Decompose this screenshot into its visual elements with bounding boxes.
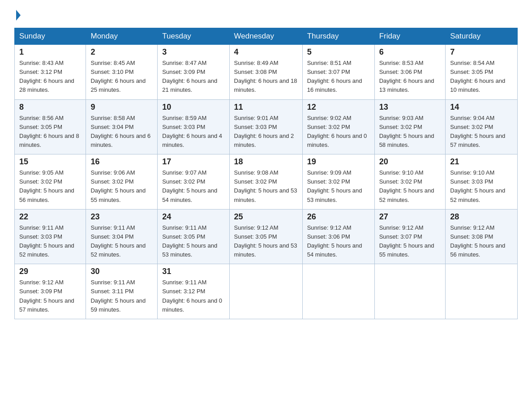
day-info: Sunrise: 9:09 AMSunset: 3:02 PMDaylight:…	[307, 168, 370, 205]
calendar-cell: 30Sunrise: 9:11 AMSunset: 3:11 PMDayligh…	[86, 264, 158, 319]
weekday-header-tuesday: Tuesday	[158, 28, 229, 45]
day-info: Sunrise: 9:12 AMSunset: 3:09 PMDaylight:…	[19, 278, 81, 314]
day-number: 8	[19, 103, 81, 112]
weekday-header-thursday: Thursday	[302, 28, 374, 45]
day-number: 2	[90, 47, 153, 57]
calendar-cell: 18Sunrise: 9:08 AMSunset: 3:02 PMDayligh…	[229, 154, 302, 210]
calendar-cell: 12Sunrise: 9:02 AMSunset: 3:02 PMDayligh…	[302, 99, 374, 154]
day-number: 18	[234, 157, 298, 167]
day-number: 22	[19, 212, 81, 222]
day-number: 11	[234, 103, 298, 112]
calendar-week-row: 22Sunrise: 9:11 AMSunset: 3:03 PMDayligh…	[15, 209, 518, 264]
day-info: Sunrise: 9:02 AMSunset: 3:02 PMDaylight:…	[307, 114, 370, 150]
calendar-cell: 27Sunrise: 9:12 AMSunset: 3:07 PMDayligh…	[374, 209, 446, 264]
calendar-week-row: 1Sunrise: 8:43 AMSunset: 3:12 PMDaylight…	[15, 45, 518, 100]
day-number: 4	[234, 47, 298, 57]
day-number: 17	[162, 157, 224, 167]
day-info: Sunrise: 9:05 AMSunset: 3:02 PMDaylight:…	[19, 168, 81, 205]
day-number: 15	[19, 157, 81, 167]
day-info: Sunrise: 9:11 AMSunset: 3:12 PMDaylight:…	[162, 278, 224, 314]
day-number: 9	[90, 103, 153, 112]
day-info: Sunrise: 8:58 AMSunset: 3:04 PMDaylight:…	[90, 114, 153, 150]
weekday-header-monday: Monday	[86, 28, 158, 45]
day-number: 14	[450, 103, 513, 112]
day-info: Sunrise: 8:49 AMSunset: 3:08 PMDaylight:…	[234, 59, 298, 95]
day-number: 16	[90, 157, 153, 167]
day-info: Sunrise: 9:11 AMSunset: 3:11 PMDaylight:…	[90, 278, 153, 314]
calendar-cell: 26Sunrise: 9:12 AMSunset: 3:06 PMDayligh…	[302, 209, 374, 264]
day-number: 29	[19, 267, 81, 276]
day-number: 7	[450, 47, 513, 57]
calendar-cell: 3Sunrise: 8:47 AMSunset: 3:09 PMDaylight…	[158, 45, 229, 100]
calendar-cell	[446, 264, 518, 319]
day-info: Sunrise: 9:04 AMSunset: 3:02 PMDaylight:…	[450, 114, 513, 150]
calendar-cell: 2Sunrise: 8:45 AMSunset: 3:10 PMDaylight…	[86, 45, 158, 100]
day-number: 12	[307, 103, 370, 112]
logo-arrow-icon	[16, 10, 21, 21]
calendar-cell	[302, 264, 374, 319]
day-number: 1	[19, 47, 81, 57]
calendar-cell: 16Sunrise: 9:06 AMSunset: 3:02 PMDayligh…	[86, 154, 158, 210]
day-info: Sunrise: 9:12 AMSunset: 3:06 PMDaylight:…	[307, 223, 370, 260]
calendar-cell: 23Sunrise: 9:11 AMSunset: 3:04 PMDayligh…	[86, 209, 158, 264]
day-number: 31	[162, 267, 224, 276]
day-info: Sunrise: 9:11 AMSunset: 3:04 PMDaylight:…	[90, 223, 153, 260]
day-info: Sunrise: 9:11 AMSunset: 3:05 PMDaylight:…	[162, 223, 224, 260]
day-info: Sunrise: 8:59 AMSunset: 3:03 PMDaylight:…	[162, 114, 224, 150]
calendar-cell: 21Sunrise: 9:10 AMSunset: 3:03 PMDayligh…	[446, 154, 518, 210]
calendar-header-row: SundayMondayTuesdayWednesdayThursdayFrid…	[15, 28, 518, 45]
day-number: 3	[162, 47, 224, 57]
calendar-cell: 14Sunrise: 9:04 AMSunset: 3:02 PMDayligh…	[446, 99, 518, 154]
calendar-cell: 11Sunrise: 9:01 AMSunset: 3:03 PMDayligh…	[229, 99, 302, 154]
day-number: 25	[234, 212, 298, 222]
calendar-cell: 24Sunrise: 9:11 AMSunset: 3:05 PMDayligh…	[158, 209, 229, 264]
weekday-header-friday: Friday	[374, 28, 446, 45]
day-info: Sunrise: 9:11 AMSunset: 3:03 PMDaylight:…	[19, 223, 81, 260]
day-info: Sunrise: 8:56 AMSunset: 3:05 PMDaylight:…	[19, 114, 81, 150]
day-number: 30	[90, 267, 153, 276]
calendar-cell	[229, 264, 302, 319]
day-number: 26	[307, 212, 370, 222]
day-info: Sunrise: 9:10 AMSunset: 3:03 PMDaylight:…	[450, 168, 513, 205]
calendar-cell: 6Sunrise: 8:53 AMSunset: 3:06 PMDaylight…	[374, 45, 446, 100]
day-number: 21	[450, 157, 513, 167]
weekday-header-sunday: Sunday	[15, 28, 86, 45]
day-info: Sunrise: 8:54 AMSunset: 3:05 PMDaylight:…	[450, 59, 513, 95]
day-info: Sunrise: 9:12 AMSunset: 3:08 PMDaylight:…	[450, 223, 513, 260]
calendar-cell: 25Sunrise: 9:12 AMSunset: 3:05 PMDayligh…	[229, 209, 302, 264]
day-info: Sunrise: 8:53 AMSunset: 3:06 PMDaylight:…	[379, 59, 441, 95]
day-info: Sunrise: 9:06 AMSunset: 3:02 PMDaylight:…	[90, 168, 153, 205]
day-number: 24	[162, 212, 224, 222]
day-number: 10	[162, 103, 224, 112]
calendar-cell: 15Sunrise: 9:05 AMSunset: 3:02 PMDayligh…	[15, 154, 86, 210]
day-info: Sunrise: 9:12 AMSunset: 3:05 PMDaylight:…	[234, 223, 298, 260]
calendar-table: SundayMondayTuesdayWednesdayThursdayFrid…	[14, 28, 518, 319]
calendar-week-row: 8Sunrise: 8:56 AMSunset: 3:05 PMDaylight…	[15, 99, 518, 154]
day-info: Sunrise: 9:08 AMSunset: 3:02 PMDaylight:…	[234, 168, 298, 205]
calendar-cell: 22Sunrise: 9:11 AMSunset: 3:03 PMDayligh…	[15, 209, 86, 264]
day-number: 20	[379, 157, 441, 167]
day-info: Sunrise: 8:47 AMSunset: 3:09 PMDaylight:…	[162, 59, 224, 95]
calendar-cell: 4Sunrise: 8:49 AMSunset: 3:08 PMDaylight…	[229, 45, 302, 100]
day-number: 23	[90, 212, 153, 222]
calendar-cell: 8Sunrise: 8:56 AMSunset: 3:05 PMDaylight…	[15, 99, 86, 154]
calendar-cell: 13Sunrise: 9:03 AMSunset: 3:02 PMDayligh…	[374, 99, 446, 154]
logo-general-text	[14, 11, 21, 21]
day-number: 13	[379, 103, 441, 112]
day-info: Sunrise: 9:07 AMSunset: 3:02 PMDaylight:…	[162, 168, 224, 205]
day-number: 27	[379, 212, 441, 222]
day-info: Sunrise: 9:01 AMSunset: 3:03 PMDaylight:…	[234, 114, 298, 150]
calendar-cell: 28Sunrise: 9:12 AMSunset: 3:08 PMDayligh…	[446, 209, 518, 264]
weekday-header-saturday: Saturday	[446, 28, 518, 45]
calendar-cell: 1Sunrise: 8:43 AMSunset: 3:12 PMDaylight…	[15, 45, 86, 100]
calendar-week-row: 15Sunrise: 9:05 AMSunset: 3:02 PMDayligh…	[15, 154, 518, 210]
calendar-cell: 29Sunrise: 9:12 AMSunset: 3:09 PMDayligh…	[15, 264, 86, 319]
day-info: Sunrise: 8:45 AMSunset: 3:10 PMDaylight:…	[90, 59, 153, 95]
calendar-cell: 19Sunrise: 9:09 AMSunset: 3:02 PMDayligh…	[302, 154, 374, 210]
day-number: 19	[307, 157, 370, 167]
day-number: 28	[450, 212, 513, 222]
day-info: Sunrise: 8:43 AMSunset: 3:12 PMDaylight:…	[19, 59, 81, 95]
day-number: 5	[307, 47, 370, 57]
calendar-cell: 31Sunrise: 9:11 AMSunset: 3:12 PMDayligh…	[158, 264, 229, 319]
calendar-week-row: 29Sunrise: 9:12 AMSunset: 3:09 PMDayligh…	[15, 264, 518, 319]
